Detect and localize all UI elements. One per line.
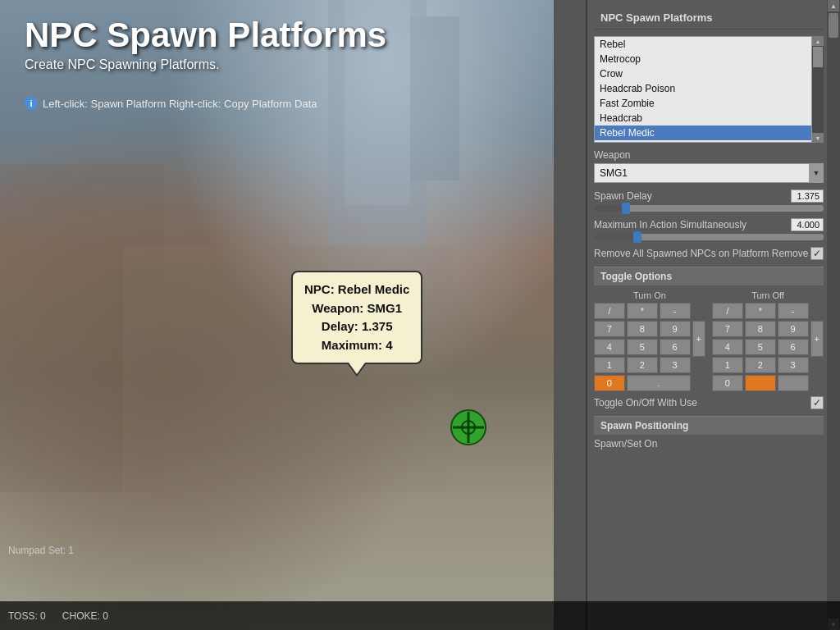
panel-scrollbar-up[interactable]: ▲ — [828, 0, 839, 11]
turn-on-5[interactable]: 5 — [627, 339, 658, 355]
spawn-set-on-label: Spawn/Set On — [594, 438, 657, 450]
turn-on-star[interactable]: * — [627, 303, 658, 319]
scrollbar-thumb[interactable] — [813, 47, 823, 67]
list-scrollbar: ▲ ▼ — [812, 36, 824, 143]
turn-off-3[interactable]: 3 — [778, 357, 809, 373]
spawn-delay-label: Spawn Delay — [594, 190, 652, 202]
turn-off-2[interactable]: 2 — [745, 357, 776, 373]
game-viewport: NPC Spawn Platforms Create NPC Spawning … — [0, 0, 554, 630]
spawn-delay-value: 1.375 — [791, 189, 824, 203]
list-item[interactable]: Headcrab — [595, 111, 811, 126]
turn-on-slash[interactable]: / — [594, 303, 625, 319]
tooltip-maximum: Maximum: 4 — [304, 336, 409, 355]
weapon-dropdown[interactable]: SMG1 Pistol Shotgun AR2 RPG — [594, 163, 824, 183]
spawn-positioning-header: Spawn Positioning — [594, 416, 824, 435]
weapon-label: Weapon — [594, 149, 824, 161]
list-item[interactable]: Metrocop — [595, 52, 811, 66]
choke-value: CHOKE: 0 — [62, 610, 108, 622]
title-section: NPC Spawn Platforms Create NPC Spawning … — [25, 16, 386, 72]
turn-on-group: Turn On / * - 7 8 9 — [594, 290, 705, 391]
turn-off-0[interactable]: 0 — [712, 375, 743, 391]
list-item[interactable]: Crow — [595, 66, 811, 81]
panel-scrollbar-track — [828, 11, 839, 619]
turn-off-7[interactable]: 7 — [712, 321, 743, 337]
info-icon: i — [25, 97, 38, 110]
turn-off-right-col: + — [810, 321, 824, 391]
turn-off-star[interactable]: * — [745, 303, 776, 319]
turn-off-1[interactable]: 1 — [712, 357, 743, 373]
toss-value: TOSS: 0 — [8, 610, 46, 622]
bg-decoration — [0, 0, 554, 630]
turn-on-bottom: 0 . — [594, 375, 691, 391]
turn-on-3[interactable]: 3 — [660, 357, 691, 373]
npc-tooltip: NPC: Rebel Medic Weapon: SMG1 Delay: 1.3… — [291, 271, 422, 364]
maximum-value: 4.000 — [791, 218, 824, 231]
numpad-set-indicator: Numpad Set: 1 — [8, 545, 74, 556]
turn-on-2[interactable]: 2 — [627, 357, 658, 373]
scrollbar-up-arrow[interactable]: ▲ — [812, 36, 824, 46]
npc-list[interactable]: Rebel Metrocop Crow Headcrab Poison Fast… — [594, 36, 812, 143]
weapon-dropdown-wrapper: SMG1 Pistol Shotgun AR2 RPG ▼ — [594, 163, 824, 183]
turn-on-dot[interactable]: . — [627, 375, 691, 391]
spawn-delay-section: Spawn Delay 1.375 — [594, 189, 824, 212]
svg-rect-2 — [410, 16, 459, 180]
turn-on-4[interactable]: 4 — [594, 339, 625, 355]
spawn-delay-thumb[interactable] — [622, 203, 630, 214]
list-item[interactable]: Rebel — [595, 37, 811, 52]
turn-off-slash[interactable]: / — [712, 303, 743, 319]
toggle-with-use-checkbox[interactable] — [810, 396, 824, 409]
list-item[interactable]: Fast Zombie — [595, 96, 811, 111]
turn-off-empty — [778, 375, 809, 391]
turn-on-row4: 1 2 3 — [594, 357, 691, 373]
list-item[interactable]: Zombie — [595, 140, 811, 143]
page-title: NPC Spawn Platforms — [25, 16, 386, 54]
turn-off-4[interactable]: 4 — [712, 339, 743, 355]
spawn-delay-track[interactable] — [594, 205, 824, 212]
turn-off-minus[interactable]: - — [778, 303, 809, 319]
turn-on-row3: 4 5 6 — [594, 339, 691, 355]
turn-on-label: Turn On — [594, 290, 705, 300]
turn-off-9[interactable]: 9 — [778, 321, 809, 337]
maximum-thumb[interactable] — [633, 231, 641, 243]
remove-all-row: Remove All Spawned NPCs on Platform Remo… — [594, 247, 824, 260]
turn-off-numpad-wrapper: / * - 7 8 9 4 5 6 — [712, 303, 824, 391]
spawn-indicator — [450, 409, 487, 446]
turn-off-dot[interactable] — [745, 375, 776, 391]
turn-on-9[interactable]: 9 — [660, 321, 691, 337]
turn-on-7[interactable]: 7 — [594, 321, 625, 337]
maximum-track[interactable] — [594, 234, 824, 240]
remove-all-label: Remove All Spawned NPCs on Platform Remo… — [594, 248, 808, 259]
turn-off-row4: 1 2 3 — [712, 357, 809, 373]
turn-off-bottom: 0 — [712, 375, 809, 391]
turn-off-8[interactable]: 8 — [745, 321, 776, 337]
turn-on-numpad: / * - 7 8 9 4 5 6 — [594, 303, 691, 391]
turn-on-minus[interactable]: - — [660, 303, 691, 319]
turn-off-row2: 7 8 9 — [712, 321, 809, 337]
turn-on-0[interactable]: 0 — [594, 375, 625, 391]
spawn-set-on-row: Spawn/Set On — [594, 435, 824, 451]
info-bar: i Left-click: Spawn Platform Right-click… — [25, 97, 317, 110]
turn-off-row3: 4 5 6 — [712, 339, 809, 355]
spawn-delay-label-row: Spawn Delay 1.375 — [594, 189, 824, 203]
turn-off-plus[interactable]: + — [810, 321, 824, 357]
turn-off-label: Turn Off — [712, 290, 824, 300]
turn-on-6[interactable]: 6 — [660, 339, 691, 355]
scrollbar-down-arrow[interactable]: ▼ — [812, 133, 824, 143]
turn-on-8[interactable]: 8 — [627, 321, 658, 337]
maximum-label-row: Maximum In Action Simultaneously 4.000 — [594, 218, 824, 231]
panel-scrollbar-thumb[interactable] — [829, 13, 838, 38]
list-item-selected[interactable]: Rebel Medic — [595, 126, 811, 140]
toggle-with-use-row: Toggle On/Off With Use — [594, 396, 824, 409]
turn-on-plus[interactable]: + — [692, 321, 705, 357]
toggle-with-use-label: Toggle On/Off With Use — [594, 397, 697, 409]
toggle-options-section: Turn On / * - 7 8 9 — [594, 290, 824, 391]
turn-off-6[interactable]: 6 — [778, 339, 809, 355]
turn-off-5[interactable]: 5 — [745, 339, 776, 355]
tooltip-delay: Delay: 1.375 — [304, 317, 409, 336]
turn-on-1[interactable]: 1 — [594, 357, 625, 373]
npc-list-container: Rebel Metrocop Crow Headcrab Poison Fast… — [594, 36, 824, 143]
remove-all-checkbox[interactable] — [810, 247, 824, 260]
turn-on-numpad-wrapper: / * - 7 8 9 4 5 6 — [594, 303, 705, 391]
turn-on-right-col: + — [692, 321, 705, 391]
list-item[interactable]: Headcrab Poison — [595, 81, 811, 96]
